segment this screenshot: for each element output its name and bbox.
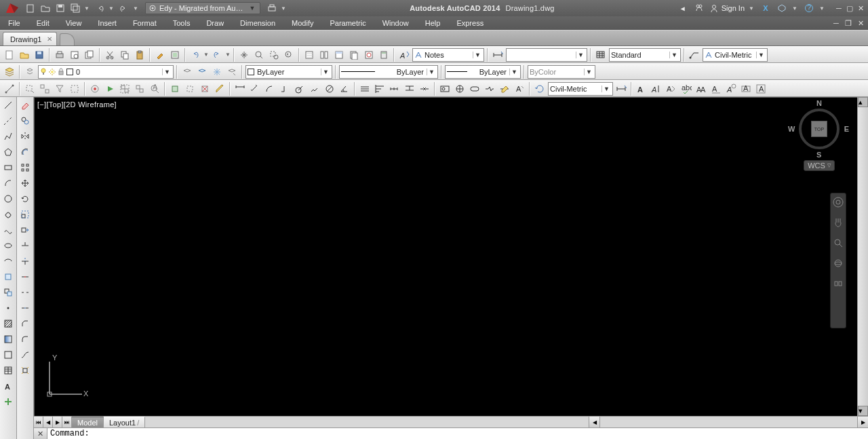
scroll-left-button[interactable]: ◀ xyxy=(589,417,599,427)
text-style-manager-icon[interactable]: A xyxy=(724,82,738,96)
join-icon[interactable] xyxy=(18,301,32,315)
ucs-icon[interactable]: Y X xyxy=(43,354,90,401)
spline-icon[interactable] xyxy=(1,223,15,237)
group-icon[interactable] xyxy=(118,82,132,96)
workspace-dropdown[interactable]: Edy - Migrated from AutoC... ▼ xyxy=(145,2,260,14)
pan-nav-icon[interactable] xyxy=(832,216,844,229)
action-recorder-icon[interactable] xyxy=(88,82,102,96)
dim-break-icon[interactable] xyxy=(418,82,431,96)
layer-dropdown[interactable]: 0 ▼ xyxy=(38,65,174,79)
drawing-canvas[interactable]: [−][Top][2D Wireframe] Y X TOP xyxy=(34,97,857,416)
app-menu-button[interactable] xyxy=(3,1,22,15)
blend-icon[interactable] xyxy=(18,348,32,362)
design-center-icon[interactable] xyxy=(317,48,331,62)
gradient-icon[interactable] xyxy=(1,332,15,346)
mleader-style-icon[interactable] xyxy=(688,48,701,62)
menu-format[interactable]: Format xyxy=(125,16,165,30)
close-tab-icon[interactable]: ✕ xyxy=(47,35,52,43)
saveas-icon[interactable] xyxy=(69,2,81,14)
save-icon[interactable] xyxy=(54,2,66,14)
plot-icon[interactable] xyxy=(53,48,66,62)
ellipse-arc-icon[interactable] xyxy=(1,254,15,268)
selectall-icon[interactable] xyxy=(68,82,81,96)
dim-style-manager-icon[interactable] xyxy=(614,82,628,96)
sheet-set-icon[interactable] xyxy=(347,48,361,62)
close-button[interactable]: ✕ xyxy=(856,3,865,13)
dim-baseline-icon[interactable] xyxy=(373,82,387,96)
orbit-nav-icon[interactable] xyxy=(832,257,844,269)
menu-window[interactable]: Window xyxy=(374,16,417,30)
redo-dd[interactable]: ▼ xyxy=(225,52,231,58)
polygon-icon[interactable] xyxy=(1,145,15,159)
menu-edit[interactable]: Edit xyxy=(28,16,58,30)
lineweight-dropdown[interactable]: ByLayer ▼ xyxy=(445,65,521,79)
offset-icon[interactable] xyxy=(18,145,32,159)
menu-file[interactable]: File xyxy=(0,16,28,30)
chamfer-icon[interactable] xyxy=(18,317,32,330)
isolate-objects-icon[interactable] xyxy=(168,82,182,96)
command-input[interactable] xyxy=(47,428,868,439)
rotate-icon[interactable] xyxy=(18,192,32,206)
move-icon[interactable] xyxy=(18,176,32,190)
dtext-icon[interactable]: A xyxy=(650,82,663,96)
autodesk360-icon[interactable] xyxy=(776,2,788,14)
jogged-linear-icon[interactable] xyxy=(483,82,496,96)
text-scale-icon[interactable]: AA xyxy=(694,82,708,96)
layer-freeze-icon[interactable] xyxy=(210,65,224,79)
help-icon[interactable]: ? xyxy=(803,2,815,14)
viewport-label[interactable]: [−][Top][2D Wireframe] xyxy=(37,100,117,109)
redo-tb-icon[interactable] xyxy=(210,48,224,62)
tool-palettes-icon[interactable] xyxy=(332,48,346,62)
menu-tools[interactable]: Tools xyxy=(165,16,199,30)
linetype-dropdown[interactable]: ByLayer ▼ xyxy=(339,65,438,79)
extend-icon[interactable] xyxy=(18,254,32,268)
wcs-dropdown[interactable]: WCS▽ xyxy=(804,160,835,171)
revcloud-icon[interactable] xyxy=(1,208,15,221)
mtext-icon[interactable]: A xyxy=(635,82,648,96)
rectangle-icon[interactable] xyxy=(1,161,15,174)
undo-tb-icon[interactable] xyxy=(189,48,202,62)
layout1-tab[interactable]: Layout1/ xyxy=(104,417,145,427)
break-at-point-icon[interactable] xyxy=(18,270,32,284)
qat-dropdown-icon[interactable]: ▼ xyxy=(84,5,91,12)
zoom-window-icon[interactable] xyxy=(267,48,281,62)
plotstyle-dropdown[interactable]: ByColor ▼ xyxy=(528,65,595,79)
dim-continue-icon[interactable] xyxy=(388,82,401,96)
scroll-right-button[interactable]: ▶ xyxy=(857,417,868,427)
save-file-icon[interactable] xyxy=(33,48,46,62)
compass-s[interactable]: S xyxy=(816,151,821,159)
layer-properties-icon[interactable] xyxy=(3,65,16,79)
arc-icon[interactable] xyxy=(1,176,15,190)
properties-icon[interactable] xyxy=(302,48,316,62)
measuregeom-icon[interactable] xyxy=(213,82,226,96)
redo-icon[interactable] xyxy=(118,2,130,14)
sign-in-button[interactable]: Sign In ▼ xyxy=(709,3,755,13)
infocenter-icon[interactable]: ◄ xyxy=(677,2,689,14)
polyline-icon[interactable] xyxy=(1,130,15,143)
dim-style-dropdown[interactable]: ▼ xyxy=(506,48,587,62)
table-style-icon[interactable] xyxy=(594,48,608,62)
scroll-up-button[interactable]: ▴ xyxy=(858,97,868,107)
trim-icon[interactable] xyxy=(18,239,32,252)
dim-space-icon[interactable] xyxy=(403,82,416,96)
menu-help[interactable]: Help xyxy=(417,16,449,30)
new-tab-button[interactable] xyxy=(60,33,75,45)
publish-icon[interactable] xyxy=(83,48,96,62)
hatch-icon[interactable] xyxy=(1,317,15,330)
tab-last-button[interactable]: ⏭ xyxy=(62,417,72,427)
document-tab-drawing1[interactable]: Drawing1 ✕ xyxy=(3,32,57,45)
undo-icon[interactable] xyxy=(94,2,106,14)
menu-modify[interactable]: Modify xyxy=(283,16,321,30)
layer-iso-icon[interactable] xyxy=(195,65,209,79)
minimize-button[interactable]: ─ xyxy=(834,3,844,13)
doc-minimize-button[interactable]: ─ xyxy=(831,18,841,28)
plot-preview-icon[interactable] xyxy=(68,48,81,62)
dim-jogged-icon[interactable] xyxy=(308,82,321,96)
find-icon[interactable]: A xyxy=(148,82,161,96)
match-properties-icon[interactable] xyxy=(153,48,167,62)
dim-aligned-icon[interactable] xyxy=(248,82,262,96)
center-mark-icon[interactable] xyxy=(453,82,467,96)
exchange-icon[interactable]: X xyxy=(760,2,772,14)
menu-draw[interactable]: Draw xyxy=(198,16,232,30)
zoom-previous-icon[interactable] xyxy=(282,48,296,62)
